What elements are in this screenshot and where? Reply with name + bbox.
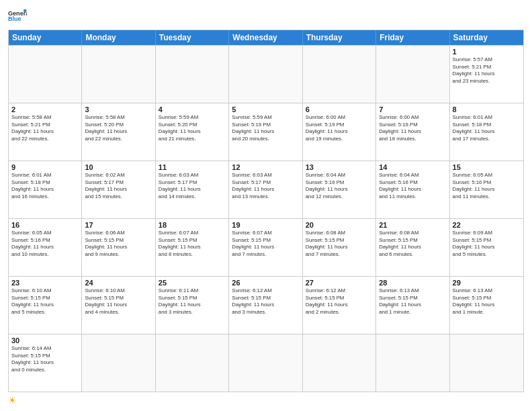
empty-cell [9, 46, 82, 103]
day-number: 25 [159, 279, 226, 287]
day-cell-9: 9Sunrise: 6:01 AM Sunset: 5:18 PM Daylig… [9, 161, 82, 218]
week-4: 23Sunrise: 6:10 AM Sunset: 5:15 PM Dayli… [9, 276, 523, 334]
sun-icon: ☀ [8, 395, 17, 406]
day-cell-2: 2Sunrise: 5:58 AM Sunset: 5:21 PM Daylig… [9, 103, 82, 161]
day-cell-15: 15Sunrise: 6:05 AM Sunset: 5:16 PM Dayli… [450, 161, 523, 218]
day-info: Sunrise: 6:08 AM Sunset: 5:15 PM Dayligh… [379, 230, 446, 258]
day-cell-28: 28Sunrise: 6:13 AM Sunset: 5:15 PM Dayli… [376, 277, 449, 334]
day-header-saturday: Saturday [450, 30, 523, 45]
day-number: 7 [379, 105, 446, 113]
day-number: 8 [453, 105, 521, 113]
day-number: 14 [379, 163, 446, 171]
day-info: Sunrise: 6:10 AM Sunset: 5:15 PM Dayligh… [11, 287, 79, 316]
logo: General Blue [8, 7, 27, 26]
day-header-wednesday: Wednesday [229, 30, 302, 45]
day-info: Sunrise: 5:57 AM Sunset: 5:21 PM Dayligh… [453, 56, 521, 85]
day-header-tuesday: Tuesday [156, 30, 229, 45]
day-info: Sunrise: 6:05 AM Sunset: 5:16 PM Dayligh… [453, 172, 521, 200]
day-number: 11 [159, 163, 226, 171]
day-header-monday: Monday [82, 30, 155, 45]
day-cell-29: 29Sunrise: 6:13 AM Sunset: 5:15 PM Dayli… [450, 277, 523, 334]
day-cell-26: 26Sunrise: 6:12 AM Sunset: 5:15 PM Dayli… [229, 277, 302, 334]
day-number: 26 [232, 279, 299, 287]
day-cell-23: 23Sunrise: 6:10 AM Sunset: 5:15 PM Dayli… [9, 277, 82, 334]
logo-icon: General Blue [8, 7, 27, 26]
day-info: Sunrise: 6:13 AM Sunset: 5:15 PM Dayligh… [379, 287, 446, 316]
day-number: 15 [453, 163, 521, 171]
day-cell-12: 12Sunrise: 6:03 AM Sunset: 5:17 PM Dayli… [229, 161, 302, 218]
page: General Blue SundayMondayTuesdayWednesda… [0, 0, 532, 411]
day-headers: SundayMondayTuesdayWednesdayThursdayFrid… [9, 30, 523, 45]
day-info: Sunrise: 6:12 AM Sunset: 5:15 PM Dayligh… [232, 287, 299, 316]
footer-note: ☀ [8, 392, 524, 406]
day-number: 9 [11, 163, 79, 171]
day-cell-3: 3Sunrise: 5:58 AM Sunset: 5:20 PM Daylig… [82, 103, 155, 161]
day-info: Sunrise: 6:11 AM Sunset: 5:15 PM Dayligh… [159, 287, 226, 316]
day-number: 21 [379, 221, 446, 229]
day-number: 28 [379, 279, 446, 287]
week-2: 9Sunrise: 6:01 AM Sunset: 5:18 PM Daylig… [9, 161, 523, 218]
day-info: Sunrise: 6:12 AM Sunset: 5:15 PM Dayligh… [306, 287, 373, 316]
day-info: Sunrise: 6:04 AM Sunset: 5:16 PM Dayligh… [306, 172, 373, 200]
day-number: 13 [306, 163, 373, 171]
day-info: Sunrise: 5:59 AM Sunset: 5:20 PM Dayligh… [159, 114, 226, 142]
week-3: 16Sunrise: 6:05 AM Sunset: 5:16 PM Dayli… [9, 218, 523, 276]
day-info: Sunrise: 6:01 AM Sunset: 5:18 PM Dayligh… [453, 114, 521, 142]
day-info: Sunrise: 5:59 AM Sunset: 5:19 PM Dayligh… [232, 114, 299, 142]
day-info: Sunrise: 6:06 AM Sunset: 5:15 PM Dayligh… [85, 230, 152, 258]
day-number: 4 [159, 105, 226, 113]
svg-text:Blue: Blue [8, 15, 21, 22]
day-info: Sunrise: 6:03 AM Sunset: 5:17 PM Dayligh… [232, 172, 299, 200]
empty-cell [376, 334, 449, 392]
day-number: 12 [232, 163, 299, 171]
day-number: 27 [306, 279, 373, 287]
day-cell-14: 14Sunrise: 6:04 AM Sunset: 5:16 PM Dayli… [376, 161, 449, 218]
day-cell-27: 27Sunrise: 6:12 AM Sunset: 5:15 PM Dayli… [303, 277, 376, 334]
week-1: 2Sunrise: 5:58 AM Sunset: 5:21 PM Daylig… [9, 103, 523, 161]
day-cell-13: 13Sunrise: 6:04 AM Sunset: 5:16 PM Dayli… [303, 161, 376, 218]
day-number: 23 [11, 279, 79, 287]
empty-cell [303, 46, 376, 103]
day-info: Sunrise: 6:10 AM Sunset: 5:15 PM Dayligh… [85, 287, 152, 316]
calendar: SundayMondayTuesdayWednesdayThursdayFrid… [8, 30, 524, 392]
day-number: 29 [453, 279, 521, 287]
day-info: Sunrise: 6:01 AM Sunset: 5:18 PM Dayligh… [11, 172, 79, 200]
day-cell-1: 1Sunrise: 5:57 AM Sunset: 5:21 PM Daylig… [450, 46, 523, 103]
empty-cell [229, 46, 302, 103]
day-info: Sunrise: 6:04 AM Sunset: 5:16 PM Dayligh… [379, 172, 446, 200]
day-header-friday: Friday [376, 30, 449, 45]
day-cell-7: 7Sunrise: 6:00 AM Sunset: 5:19 PM Daylig… [376, 103, 449, 161]
day-cell-25: 25Sunrise: 6:11 AM Sunset: 5:15 PM Dayli… [156, 277, 229, 334]
day-number: 22 [453, 221, 521, 229]
day-cell-8: 8Sunrise: 6:01 AM Sunset: 5:18 PM Daylig… [450, 103, 523, 161]
day-info: Sunrise: 6:14 AM Sunset: 5:15 PM Dayligh… [11, 345, 79, 373]
day-cell-22: 22Sunrise: 6:09 AM Sunset: 5:15 PM Dayli… [450, 219, 523, 276]
empty-cell [82, 46, 155, 103]
day-info: Sunrise: 6:13 AM Sunset: 5:15 PM Dayligh… [453, 287, 521, 316]
day-number: 17 [85, 221, 152, 229]
day-number: 10 [85, 163, 152, 171]
day-number: 3 [85, 105, 152, 113]
empty-cell [82, 334, 155, 392]
week-5: 30Sunrise: 6:14 AM Sunset: 5:15 PM Dayli… [9, 334, 523, 392]
day-number: 24 [85, 279, 152, 287]
day-cell-20: 20Sunrise: 6:08 AM Sunset: 5:15 PM Dayli… [303, 219, 376, 276]
day-info: Sunrise: 6:02 AM Sunset: 5:17 PM Dayligh… [85, 172, 152, 200]
day-number: 1 [453, 48, 521, 56]
day-cell-24: 24Sunrise: 6:10 AM Sunset: 5:15 PM Dayli… [82, 277, 155, 334]
day-info: Sunrise: 5:58 AM Sunset: 5:20 PM Dayligh… [85, 114, 152, 142]
week-0: 1Sunrise: 5:57 AM Sunset: 5:21 PM Daylig… [9, 45, 523, 103]
empty-cell [156, 334, 229, 392]
day-number: 6 [306, 105, 373, 113]
empty-cell [229, 334, 302, 392]
day-cell-30: 30Sunrise: 6:14 AM Sunset: 5:15 PM Dayli… [9, 334, 82, 392]
day-info: Sunrise: 6:03 AM Sunset: 5:17 PM Dayligh… [159, 172, 226, 200]
day-info: Sunrise: 6:00 AM Sunset: 5:19 PM Dayligh… [379, 114, 446, 142]
day-info: Sunrise: 6:05 AM Sunset: 5:16 PM Dayligh… [11, 230, 79, 258]
day-info: Sunrise: 6:00 AM Sunset: 5:19 PM Dayligh… [306, 114, 373, 142]
empty-cell [450, 334, 523, 392]
header: General Blue [8, 7, 524, 26]
day-cell-6: 6Sunrise: 6:00 AM Sunset: 5:19 PM Daylig… [303, 103, 376, 161]
empty-cell [303, 334, 376, 392]
day-header-thursday: Thursday [303, 30, 376, 45]
